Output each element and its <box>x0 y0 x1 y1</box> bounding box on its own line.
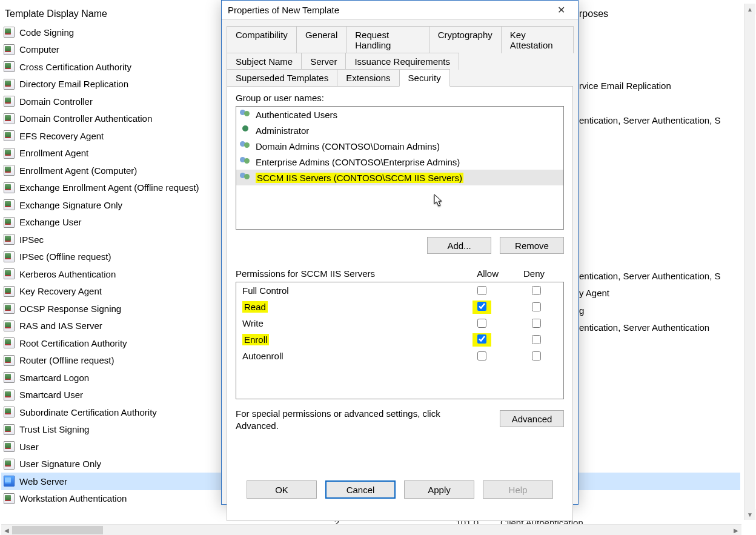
purpose-cell <box>577 43 746 61</box>
template-icon <box>4 44 15 55</box>
allow-checkbox[interactable] <box>477 334 486 344</box>
purpose-cell <box>577 440 746 457</box>
ok-button[interactable]: OK <box>247 480 317 499</box>
tab-superseded-templates[interactable]: Superseded Templates <box>227 69 337 87</box>
template-icon <box>4 355 15 366</box>
tab-compatibility[interactable]: Compatibility <box>227 26 297 53</box>
help-button[interactable]: Help <box>483 480 553 499</box>
tab-security[interactable]: Security <box>399 69 450 87</box>
template-name: Code Signing <box>19 27 74 38</box>
template-icon <box>4 96 15 107</box>
advanced-button[interactable]: Advanced <box>500 410 564 427</box>
template-name: IPSec <box>19 234 44 245</box>
template-name: Key Recovery Agent <box>19 286 102 296</box>
template-name: Smartcard Logon <box>19 373 89 383</box>
allow-checkbox[interactable] <box>477 351 486 361</box>
remove-button[interactable]: Remove <box>500 237 564 254</box>
template-name: User Signature Only <box>19 459 101 469</box>
deny-checkbox[interactable] <box>532 286 541 295</box>
template-icon <box>4 234 15 245</box>
dialog-title: Properties of New Template <box>228 5 339 15</box>
template-icon <box>4 251 15 262</box>
template-name: Enrollment Agent <box>19 148 88 158</box>
tab-extensions[interactable]: Extensions <box>337 69 399 87</box>
permission-row: Full Control <box>236 282 563 299</box>
close-button[interactable]: ✕ <box>549 2 573 19</box>
allow-checkbox[interactable] <box>477 286 486 295</box>
scroll-left-icon[interactable]: ◀ <box>1 525 12 535</box>
purpose-cell <box>577 147 746 164</box>
dialog-button-bar: OK Cancel Apply Help <box>222 475 578 504</box>
template-name: Cross Certification Authority <box>19 62 131 72</box>
tab-server[interactable]: Server <box>301 53 346 70</box>
group-row[interactable]: Administrator <box>236 122 563 138</box>
template-name: Smartcard User <box>19 390 83 400</box>
template-name: User <box>19 442 39 452</box>
allow-checkbox[interactable] <box>477 302 486 311</box>
tab-issuance-requirements[interactable]: Issuance Requirements <box>345 53 459 70</box>
purpose-cell <box>577 371 746 388</box>
template-name: Domain Controller <box>19 96 93 107</box>
scroll-down-icon[interactable]: ▼ <box>744 509 755 520</box>
group-row[interactable]: Authenticated Users <box>236 107 563 122</box>
cancel-button[interactable]: Cancel <box>325 480 396 499</box>
template-icon <box>4 268 15 279</box>
deny-checkbox[interactable] <box>532 319 541 328</box>
purpose-cell: g <box>577 302 746 319</box>
tab-subject-name[interactable]: Subject Name <box>227 53 302 70</box>
group-listbox[interactable]: Authenticated UsersAdministratorDomain A… <box>236 106 564 230</box>
deny-checkbox[interactable] <box>532 351 541 361</box>
template-icon <box>4 182 15 193</box>
template-name: EFS Recovery Agent <box>19 131 104 141</box>
deny-checkbox[interactable] <box>532 335 541 344</box>
permissions-listbox: Full ControlReadWriteEnrollAutoenroll <box>236 282 564 399</box>
column-header-purposes[interactable]: rposes <box>577 5 746 25</box>
purpose-cell <box>577 216 746 233</box>
properties-dialog: Properties of New Template ✕ Compatibili… <box>221 0 579 505</box>
template-icon <box>4 390 15 400</box>
purpose-cell <box>577 474 746 492</box>
advanced-hint: For special permissions or advanced sett… <box>236 408 454 431</box>
tab-cryptography[interactable]: Cryptography <box>429 26 502 53</box>
deny-checkbox[interactable] <box>532 302 541 311</box>
tab-panel-security: Group or user names: Authenticated Users… <box>227 86 573 521</box>
group-icon <box>240 173 252 182</box>
tab-request-handling[interactable]: Request Handling <box>346 26 429 53</box>
template-name: Enrollment Agent (Computer) <box>19 165 137 176</box>
add-button[interactable]: Add... <box>427 237 491 254</box>
template-icon <box>4 199 15 210</box>
apply-button[interactable]: Apply <box>404 480 474 499</box>
template-name: OCSP Response Signing <box>19 304 121 314</box>
template-name: Kerberos Authentication <box>19 269 116 279</box>
tab-general[interactable]: General <box>296 26 346 53</box>
template-name: Trust List Signing <box>19 424 89 434</box>
allow-checkbox[interactable] <box>477 319 486 328</box>
scroll-thumb[interactable] <box>12 526 103 534</box>
column-intended-purposes: rposes rvice Email Replicationentication… <box>577 5 746 509</box>
group-icon <box>240 141 252 151</box>
group-row[interactable]: Enterprise Admins (CONTOSO\Enterprise Ad… <box>236 154 563 170</box>
scroll-right-icon[interactable]: ▶ <box>731 525 741 535</box>
template-name: Root Certification Authority <box>19 338 127 348</box>
group-row[interactable]: Domain Admins (CONTOSO\Domain Admins) <box>236 138 563 154</box>
purpose-cell: entication, Server Authentication, S <box>577 112 746 130</box>
dialog-titlebar[interactable]: Properties of New Template ✕ <box>222 1 578 20</box>
template-icon <box>4 459 15 470</box>
tab-key-attestation[interactable]: Key Attestation <box>501 26 574 53</box>
template-icon <box>4 493 15 504</box>
horizontal-scrollbar[interactable]: ◀ ▶ <box>1 524 741 535</box>
template-name: Directory Email Replication <box>19 79 128 89</box>
purpose-cell: y Agent <box>577 285 746 302</box>
template-icon <box>4 303 15 314</box>
template-name: Computer <box>19 44 59 55</box>
template-name: Exchange Signature Only <box>19 200 122 210</box>
group-row[interactable]: SCCM IIS Servers (CONTOSO\SCCM IIS Serve… <box>236 170 563 185</box>
template-icon <box>4 424 15 435</box>
template-name: Web Server <box>19 476 67 487</box>
purpose-cell <box>577 233 746 250</box>
scroll-up-icon[interactable]: ▲ <box>744 4 755 15</box>
template-icon <box>4 337 15 348</box>
groups-label: Group or user names: <box>236 93 324 103</box>
vertical-scrollbar[interactable]: ▲ ▼ <box>744 4 755 520</box>
template-icon <box>4 441 15 452</box>
